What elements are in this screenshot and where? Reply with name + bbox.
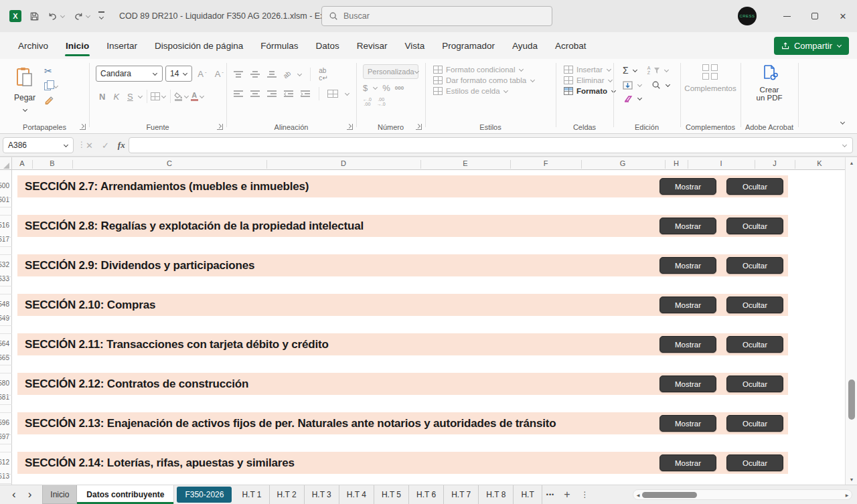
copy-chevron-icon[interactable] — [53, 84, 58, 89]
column-header-G[interactable]: G — [620, 159, 626, 167]
more-sheets-icon[interactable]: ••• — [542, 485, 558, 504]
ribbon-tab-insertar[interactable]: Insertar — [98, 32, 146, 59]
column-header-H[interactable]: H — [674, 159, 679, 167]
select-all-corner[interactable] — [0, 157, 12, 171]
show-button[interactable]: Mostrar — [659, 297, 716, 313]
conditional-formatting-button[interactable]: Formato condicional — [433, 66, 556, 74]
autosum-chevron-icon[interactable] — [633, 68, 638, 73]
vertical-scroll-thumb[interactable] — [848, 380, 855, 420]
section-row[interactable]: SECCIÓN 2.14: Loterías, rifas, apuestas … — [17, 452, 788, 474]
close-button[interactable]: ✕ — [829, 0, 857, 32]
row-header[interactable]: 549 — [0, 314, 9, 323]
bold-button[interactable]: N — [96, 92, 108, 102]
row-header[interactable]: 533 — [0, 274, 9, 283]
sort-filter-chevron-icon[interactable] — [664, 68, 669, 73]
cut-icon[interactable]: ✂ — [44, 66, 52, 76]
section-row[interactable]: SECCIÓN 2.10: ComprasMostrarOcultar — [17, 294, 788, 316]
search-input[interactable] — [343, 11, 531, 21]
column-header-F[interactable]: F — [544, 159, 548, 167]
alignment-dialog-launcher[interactable] — [347, 124, 353, 130]
currency-chevron-icon[interactable] — [372, 86, 378, 91]
scroll-left-icon[interactable]: ◀ — [633, 493, 643, 497]
show-button[interactable]: Mostrar — [659, 415, 716, 432]
row-header[interactable]: 565 — [0, 353, 9, 362]
align-middle-icon[interactable] — [250, 71, 260, 78]
save-icon[interactable] — [29, 11, 40, 21]
horizontal-scroll-thumb[interactable] — [642, 492, 697, 498]
decrease-font-icon[interactable]: Aˇ — [212, 69, 226, 79]
hide-button[interactable]: Ocultar — [726, 297, 783, 313]
next-sheet-icon[interactable]: › — [28, 488, 32, 501]
fill-color-icon[interactable] — [174, 92, 183, 101]
vertical-scrollbar[interactable]: ▲ ▼ — [845, 157, 857, 485]
hide-button[interactable]: Ocultar — [726, 375, 783, 392]
align-center-icon[interactable] — [250, 90, 260, 98]
font-name-combo[interactable]: Candara — [96, 66, 163, 82]
currency-format-icon[interactable]: $ — [363, 83, 368, 93]
hide-button[interactable]: Ocultar — [726, 178, 783, 195]
redo-icon[interactable] — [73, 11, 90, 21]
sort-filter-icon[interactable]: AZ — [647, 66, 651, 75]
customize-toolbar-icon[interactable] — [98, 11, 104, 20]
confirm-entry-icon[interactable]: ✓ — [102, 141, 109, 151]
show-button[interactable]: Mostrar — [659, 218, 716, 234]
fill-chevron-icon[interactable] — [637, 82, 642, 88]
clear-chevron-icon[interactable] — [637, 96, 642, 101]
sheet-tab-h.t-4[interactable]: H.T 4 — [339, 485, 374, 504]
formula-bar-expand-icon[interactable] — [842, 143, 847, 148]
show-button[interactable]: Mostrar — [659, 454, 716, 471]
sheet-tab-h.t-7[interactable]: H.T 7 — [444, 485, 479, 504]
search-box[interactable] — [321, 6, 552, 26]
previous-sheet-icon[interactable]: ‹ — [12, 488, 16, 501]
show-button[interactable]: Mostrar — [659, 257, 716, 274]
borders-chevron-icon[interactable] — [161, 94, 167, 99]
align-top-icon[interactable] — [233, 71, 244, 78]
format-cells-button[interactable]: Formato — [564, 87, 613, 95]
borders-icon[interactable] — [151, 92, 160, 100]
decrease-indent-icon[interactable] — [283, 90, 294, 98]
number-dialog-launcher[interactable] — [416, 124, 422, 130]
column-header-J[interactable]: J — [773, 159, 777, 167]
row-header[interactable]: 516 — [0, 221, 9, 230]
cancel-entry-icon[interactable]: ✕ — [86, 141, 93, 151]
decrease-decimal-icon[interactable]: .00→.0 — [377, 97, 386, 106]
orientation-icon[interactable]: ab — [282, 69, 293, 80]
align-right-icon[interactable] — [266, 90, 277, 98]
ribbon-tab-programador[interactable]: Programador — [433, 32, 503, 59]
row-header[interactable]: 597 — [0, 432, 9, 441]
addins-button[interactable]: Complementos — [680, 64, 741, 92]
paste-button[interactable]: Pegar — [9, 64, 40, 115]
sheet-tab-h.t-2[interactable]: H.T 2 — [270, 485, 305, 504]
minimize-button[interactable] — [773, 0, 801, 32]
insert-cells-button[interactable]: Insertar — [564, 66, 613, 74]
sheet-options-icon[interactable]: ⋮ — [576, 485, 595, 504]
ribbon-tab-vista[interactable]: Vista — [396, 32, 433, 59]
section-row[interactable]: SECCIÓN 2.7: Arrendamientos (muebles e i… — [17, 175, 788, 197]
undo-icon[interactable] — [48, 11, 65, 21]
collapse-ribbon-icon[interactable] — [840, 120, 848, 128]
insert-function-icon[interactable]: fx — [118, 140, 125, 151]
font-dialog-launcher[interactable] — [217, 124, 223, 130]
scroll-up-icon[interactable]: ▲ — [846, 157, 857, 168]
copy-icon[interactable] — [44, 82, 51, 90]
formula-bar-handle[interactable]: ⋮ — [78, 140, 86, 149]
formula-input[interactable] — [129, 137, 853, 153]
row-header[interactable]: 532 — [0, 260, 9, 269]
find-select-icon[interactable] — [651, 80, 661, 90]
grid-area[interactable]: 5005015165175325335485495645655805815965… — [0, 170, 845, 485]
ribbon-tab-archivo[interactable]: Archivo — [9, 32, 57, 59]
italic-button[interactable]: K — [110, 92, 123, 102]
format-as-table-button[interactable]: Dar formato como tabla — [433, 76, 556, 84]
section-row[interactable]: SECCIÓN 2.11: Transacciones con tarjeta … — [17, 333, 788, 355]
column-header-E[interactable]: E — [463, 159, 467, 167]
name-box[interactable]: A386 — [3, 137, 74, 153]
increase-decimal-icon[interactable]: ←.0.00 — [363, 97, 372, 106]
user-avatar[interactable]: CRESS — [738, 7, 757, 25]
hide-button[interactable]: Ocultar — [726, 257, 783, 274]
autosum-icon[interactable]: Σ — [623, 65, 629, 76]
merge-chevron-icon[interactable] — [344, 91, 349, 96]
increase-font-icon[interactable]: Aˆ — [195, 69, 209, 79]
font-color-icon[interactable]: A — [191, 92, 198, 101]
merge-center-icon[interactable] — [327, 90, 338, 98]
scroll-down-icon[interactable]: ▼ — [846, 474, 857, 485]
